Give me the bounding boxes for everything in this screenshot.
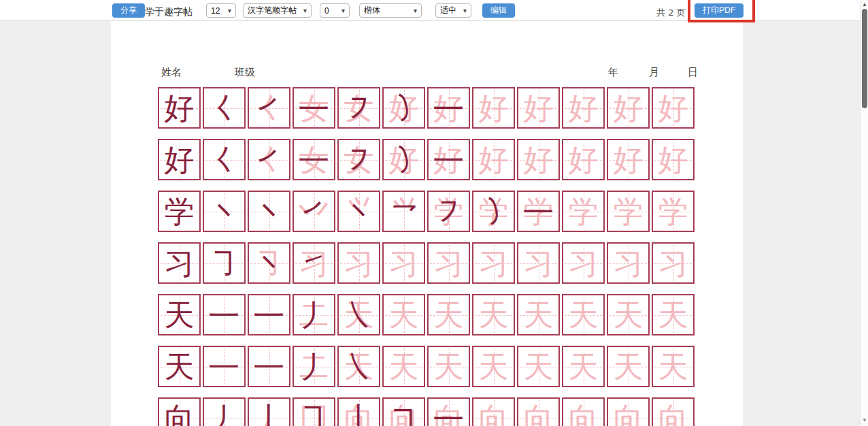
count-select[interactable]: 12 ▾ <box>206 3 236 18</box>
stroke-character: 学 <box>159 192 199 231</box>
scrollbar-thumb[interactable] <box>862 9 867 108</box>
grid-cell: 学 <box>607 191 650 232</box>
grid-cell: 丷㇒ <box>293 191 335 232</box>
grid-cell: 向 <box>158 397 201 426</box>
grid-cell: 好 <box>158 139 201 180</box>
trace-character: 天 <box>384 295 424 334</box>
grid-cell: 女㇐ <box>293 139 335 180</box>
stroke-character: ㇆ <box>294 399 334 426</box>
stroke-character: ㇔ <box>249 192 289 231</box>
stroke-character: ㇀ <box>294 244 334 282</box>
offset-select-value: 0 <box>324 6 329 16</box>
grid-cell: 天 <box>652 346 695 387</box>
grid-cell: ㇐㇐ <box>248 294 290 335</box>
stroke-character: ㇐ <box>294 140 334 179</box>
grid-cell: 向㇑ <box>337 397 380 426</box>
grid-cell: 学㇐ <box>517 191 560 232</box>
grid-cell: 习 <box>472 242 515 284</box>
grid-cell: 好 <box>472 139 515 180</box>
stroke-character: ㇒ <box>294 192 334 231</box>
grid-cell: 女㇇ <box>337 139 380 180</box>
grid-cell: 天 <box>562 294 605 335</box>
grid-cell: ㇛㇒ <box>248 87 290 129</box>
trace-character: 天 <box>429 295 469 334</box>
grid-cell: 天 <box>472 346 515 387</box>
edit-button[interactable]: 编辑 <box>482 3 515 18</box>
grid-cell: 好 <box>652 139 695 180</box>
print-pdf-button[interactable]: 打印PDF <box>695 3 744 18</box>
trace-character: 天 <box>563 295 603 334</box>
grid-cell: 习㇀ <box>293 242 335 284</box>
stroke-character: ㇇ <box>429 192 469 231</box>
grid-cell: 习 <box>517 242 560 284</box>
grid-cell: 向㇐ <box>427 397 470 426</box>
stroke-character: ㇏ <box>339 347 379 386</box>
scrollbar[interactable]: ▲ ▼ <box>860 0 868 426</box>
grid-cell: 好 <box>517 139 560 180</box>
stroke-character: ㇑ <box>339 399 379 426</box>
grid-cell: 学 <box>158 191 201 232</box>
trace-character: 习 <box>563 244 603 282</box>
stroke-character: ㇐ <box>429 399 469 426</box>
grid-cell: 向㇕ <box>382 397 425 426</box>
spacing-select[interactable]: 适中 ▾ <box>435 3 471 18</box>
trace-character: 天 <box>653 295 693 334</box>
trace-character: 习 <box>518 244 558 282</box>
trace-character: 天 <box>473 295 514 334</box>
grid-cell: ⺍㇔ <box>337 191 380 232</box>
trace-character: 向 <box>653 399 693 426</box>
grid-cell: 天 <box>427 346 470 387</box>
trace-character: 好 <box>563 88 603 127</box>
stroke-character: ㇓ <box>204 399 244 426</box>
trace-character: 天 <box>563 347 603 386</box>
grid-cell: 天 <box>652 294 695 335</box>
grid-cell: 好 <box>472 87 515 129</box>
year-label: 年 <box>608 66 618 79</box>
stroke-character: ㇔ <box>204 192 244 231</box>
grid-cell: 好 <box>652 87 695 129</box>
trace-character: 好 <box>653 140 693 179</box>
grid-cell: 学 <box>562 191 605 232</box>
trace-character: 学 <box>653 192 693 231</box>
grid-cell: 向 <box>517 397 560 426</box>
offset-select[interactable]: 0 ▾ <box>320 3 350 18</box>
stroke-character: ㇆ <box>204 244 244 282</box>
grid-cell: 习 <box>427 242 470 284</box>
grid-cell: 天㇏ <box>337 346 380 387</box>
grid-cell: 习 <box>158 242 201 284</box>
scroll-down-icon[interactable]: ▼ <box>861 416 868 425</box>
grid-cell: 向 <box>652 397 695 426</box>
stroke-character: ㇇ <box>339 88 379 127</box>
grid-cell: ㇛㇒ <box>248 139 290 180</box>
font-select-value: 楷体 <box>364 5 380 16</box>
stroke-character: ㇐ <box>204 347 244 386</box>
grid-cell: 女㇇ <box>337 87 380 129</box>
share-button[interactable]: 分享 <box>112 3 145 18</box>
stroke-character: ㇐ <box>249 295 289 334</box>
worksheet-type-select-value: 汉字笔顺字帖 <box>248 5 297 16</box>
scroll-up-icon[interactable]: ▲ <box>861 1 868 9</box>
grid-cell: ㇛ <box>203 139 246 180</box>
grid-cell: ㇆㇔ <box>248 242 290 284</box>
grid-cell: 天 <box>158 294 201 335</box>
trace-character: 天 <box>653 347 693 386</box>
worksheet-type-select[interactable]: 汉字笔顺字帖 ▾ <box>243 3 312 18</box>
sheet-header: 姓名 班级 年 月 日 <box>111 66 743 81</box>
chevron-down-icon: ▾ <box>414 7 417 14</box>
font-select[interactable]: 楷体 ▾ <box>359 3 422 18</box>
trace-character: 向 <box>518 399 558 426</box>
stroke-character: ㇓ <box>294 295 334 334</box>
stroke-character: ㇇ <box>339 140 379 179</box>
grid-cell: 习 <box>562 242 605 284</box>
grid-cell: ⺍㇖ <box>382 191 425 232</box>
grid-cell: 冂㇆ <box>293 397 335 426</box>
trace-character: 好 <box>473 140 514 179</box>
grid-cell: 好 <box>158 87 201 129</box>
page-count: 共 2 页 <box>656 5 686 20</box>
grid-cell: 向 <box>607 397 650 426</box>
grid-cell: 好㇁ <box>382 139 425 180</box>
trace-character: 天 <box>473 347 514 386</box>
trace-character: 好 <box>563 140 603 179</box>
grid-cell: 好 <box>607 87 650 129</box>
grid-cell: ㇔㇔ <box>248 191 290 232</box>
